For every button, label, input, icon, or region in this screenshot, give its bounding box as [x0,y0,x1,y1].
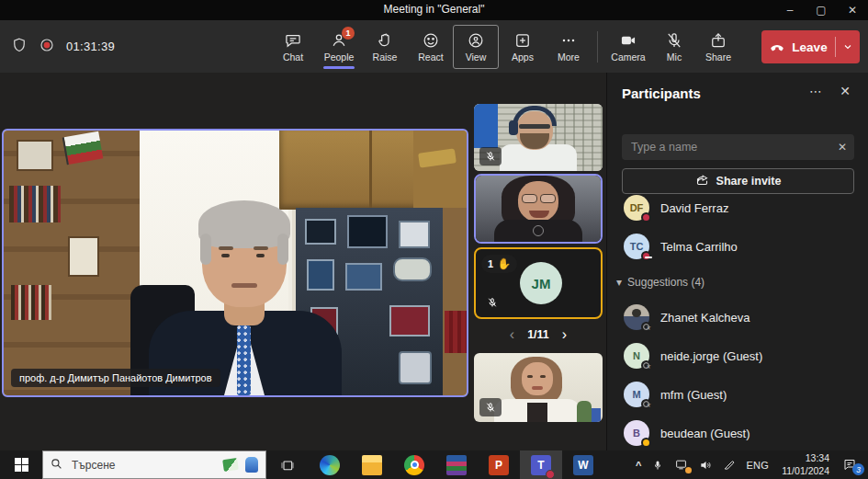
chat-icon [284,31,302,50]
participant-video-tile-1[interactable] [474,104,603,171]
avatar: N [624,343,649,369]
task-view-button[interactable] [266,450,309,479]
taskbar-edge-icon[interactable] [309,450,351,479]
taskbar-file-explorer-icon[interactable] [351,450,393,479]
search-doodle-book-icon [222,458,239,472]
raise-hand-button[interactable]: Raise [362,25,408,69]
participant-search-input[interactable] [629,140,838,154]
meeting-toolbar: 01:31:39 Chat People 1 Raise React View … [0,20,868,73]
taskbar-word-icon[interactable]: W [562,450,604,479]
participants-title: Participants [622,86,701,101]
participant-name: David Ferraz [660,201,728,215]
raise-hand-icon [376,31,394,50]
suggestions-section-header[interactable]: ▾ Suggestions (4) [616,276,705,289]
taskbar-search-input[interactable] [70,458,216,473]
chevron-down-icon: ▾ [616,276,622,289]
tray-date: 11/01/2024 [782,465,829,477]
tray-chevron-icon[interactable]: ^ [630,450,647,479]
people-count-badge: 1 [342,27,355,40]
meeting-timer: 01:31:39 [66,40,115,53]
notification-center-button[interactable]: 3 [837,450,868,479]
minimize-button[interactable]: – [774,0,806,20]
mic-muted-badge [479,147,502,165]
tray-screenshare-icon[interactable] [669,450,693,479]
participant-name: Telma Carrilho [660,240,738,254]
share-invite-icon [695,173,709,189]
status-offline-badge [641,360,651,371]
eu-flag [474,104,498,148]
speaker-tie [237,325,251,395]
participant-row-beudean[interactable]: B beudean (Guest) [607,414,868,452]
avatar: TC [624,234,649,259]
status-offline-badge [641,322,651,332]
panel-more-icon[interactable]: ⋯ [806,84,826,98]
participant-name: Zhanet Kalcheva [660,311,750,325]
windows-logo-icon [15,458,28,472]
taskbar-chrome-icon[interactable] [393,450,435,479]
tray-clock[interactable]: 13:34 11/01/2024 [774,452,837,476]
filmstrip-pagination: ‹ 1/11 › [474,323,603,347]
taskbar-powerpoint-icon[interactable]: P [478,450,520,479]
meeting-stage: проф. д-р Димитър Панайотов Димитров [0,73,868,450]
chat-button[interactable]: Chat [270,25,316,69]
suggestions-label: Suggestions (4) [627,276,705,289]
react-button[interactable]: React [408,25,454,69]
tray-pen-icon[interactable] [717,450,740,479]
system-tray: ^ ENG 13:34 11/01/2024 3 [630,450,868,479]
participant-video-tile-2-speaking[interactable] [474,174,603,244]
panel-close-icon[interactable]: ✕ [835,84,855,98]
status-away-badge [641,438,651,448]
start-button[interactable] [0,450,42,479]
apps-button[interactable]: Apps [500,25,546,69]
leave-label: Leave [792,40,827,54]
bookshelf-far-right [443,208,468,395]
status-dnd-badge [641,251,651,261]
participant-row-david-ferraz[interactable]: DF David Ferraz [607,188,868,227]
participant-row-neide-jorge[interactable]: N neide.jorge (Guest) [607,336,868,375]
search-clear-icon[interactable]: ✕ [838,141,847,154]
avatar: DF [624,195,649,221]
leave-button[interactable]: Leave [761,30,860,63]
participant-row-telma-carrilho[interactable]: TC Telma Carrilho [607,227,868,266]
cabinets-top-right [279,131,468,210]
mic-muted-badge [481,293,503,312]
participant-row-zhanet-kalcheva[interactable]: Zhanet Kalcheva [607,298,868,336]
participant-video-tile-4[interactable] [474,353,603,422]
tray-mic-icon[interactable] [647,450,669,479]
speaker-hair [198,200,290,248]
maximize-button[interactable]: ▢ [806,0,837,20]
shield-icon [11,37,28,57]
jm-avatar: JM [520,262,562,304]
tray-language-indicator[interactable]: ENG [740,450,774,479]
tray-time: 13:34 [806,452,829,464]
more-button[interactable]: More [546,25,592,69]
mic-button[interactable]: Mic [651,25,697,69]
react-smiley-icon [422,31,440,50]
page-next-icon[interactable]: › [562,327,567,342]
title-bar: Meeting in "General" – ▢ ✕ [0,0,868,20]
share-invite-label: Share invite [716,175,782,188]
camera-button[interactable]: Camera [605,25,651,69]
participant-name: mfm (Guest) [660,388,727,402]
participant-search-box[interactable]: ✕ [622,134,854,160]
taskbar-teams-icon-active[interactable]: T [520,450,562,479]
main-speaker-video-tile[interactable]: проф. д-р Димитър Панайотов Димитров [2,129,468,397]
taskbar-search-box[interactable] [42,450,266,479]
share-button[interactable]: Share [695,25,741,69]
view-button[interactable]: View [453,25,499,69]
avatar-photo [624,304,649,330]
participant-video-tile-3-raised-hand[interactable]: JM 1 ✋ [474,247,603,319]
apps-plus-icon [513,31,532,50]
view-icon [467,31,485,50]
recording-indicator-icon [39,37,55,57]
close-button[interactable]: ✕ [837,0,868,20]
leave-dropdown-caret[interactable] [836,41,860,52]
participant-row-mfm[interactable]: M mfm (Guest) [607,375,868,414]
page-prev-icon[interactable]: ‹ [510,327,514,342]
tray-speaker-icon[interactable] [693,450,717,479]
participants-panel: Participants ⋯ ✕ ✕ Share invite DF David… [606,73,868,450]
avatar: B [624,420,649,446]
taskbar-winrar-icon[interactable] [435,450,478,479]
raised-hand-icon: ✋ [497,257,511,270]
people-button[interactable]: People 1 [316,25,362,69]
